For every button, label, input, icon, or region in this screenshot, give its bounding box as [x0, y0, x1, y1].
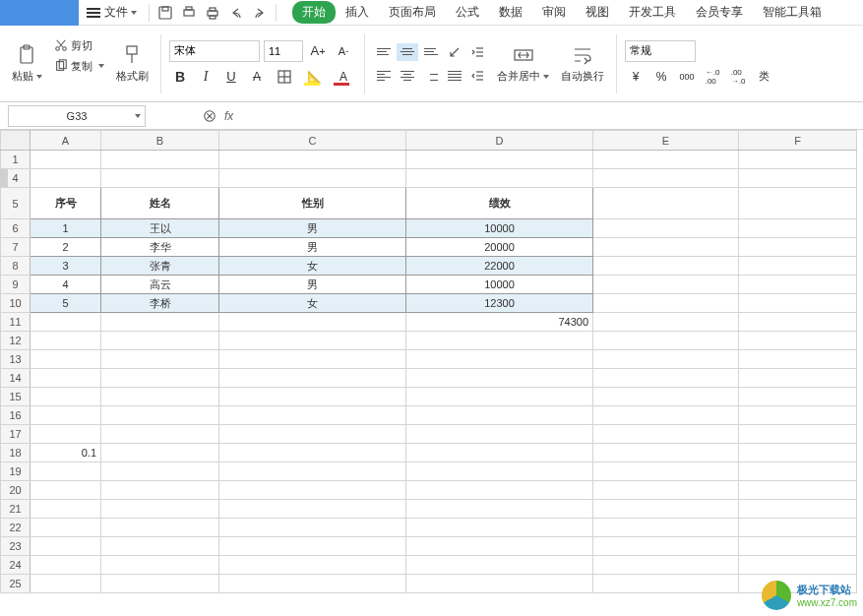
row-header[interactable]: 19 — [1, 462, 31, 481]
row-header[interactable]: 25 — [1, 575, 31, 593]
orientation-button[interactable] — [444, 43, 465, 61]
row-header[interactable]: 23 — [1, 537, 31, 556]
tab-developer[interactable]: 开发工具 — [619, 1, 686, 24]
tab-smart-tools[interactable]: 智能工具箱 — [753, 1, 832, 24]
italic-button[interactable]: I — [195, 66, 216, 88]
cell[interactable]: 20000 — [406, 238, 593, 257]
row-header[interactable]: 13 — [1, 350, 31, 369]
tab-data[interactable]: 数据 — [489, 1, 532, 24]
row-header[interactable]: 9 — [1, 276, 31, 294]
save-icon[interactable] — [154, 1, 177, 25]
row-header[interactable]: 11 — [1, 313, 31, 332]
row-header[interactable]: 24 — [1, 556, 31, 575]
justify-button[interactable] — [444, 67, 465, 85]
fill-color-button[interactable]: 📐 — [301, 66, 327, 88]
currency-button[interactable]: ¥ — [625, 66, 647, 88]
cell[interactable]: 男 — [219, 238, 406, 257]
cell[interactable]: 张青 — [101, 257, 219, 276]
increase-decimal-button[interactable]: ←.0.00 — [702, 66, 723, 88]
cell[interactable]: 男 — [219, 276, 406, 294]
tab-formulas[interactable]: 公式 — [446, 1, 489, 24]
cell[interactable]: 3 — [31, 257, 101, 276]
formula-input[interactable] — [233, 105, 863, 127]
cell[interactable]: 74300 — [406, 313, 593, 332]
cell[interactable]: 女 — [219, 294, 406, 313]
tab-home[interactable]: 开始 — [292, 1, 336, 24]
row-header[interactable]: 21 — [1, 500, 31, 519]
cell[interactable]: 李桥 — [101, 294, 219, 313]
decrease-indent-button[interactable] — [467, 67, 489, 85]
tab-insert[interactable]: 插入 — [336, 1, 379, 24]
col-header[interactable]: A — [31, 131, 101, 151]
row-header[interactable]: 7 — [1, 238, 31, 257]
col-header[interactable]: D — [406, 131, 593, 151]
name-box[interactable]: G33 — [8, 105, 146, 127]
percent-button[interactable]: % — [650, 66, 672, 88]
cell[interactable]: 女 — [219, 257, 406, 276]
cell[interactable]: 序号 — [31, 188, 101, 219]
font-size-select[interactable] — [264, 40, 303, 62]
font-name-select[interactable] — [169, 40, 260, 62]
redo-icon[interactable] — [248, 1, 272, 25]
row-header[interactable]: 5 — [1, 188, 31, 219]
undo-icon[interactable] — [224, 1, 248, 25]
type-convert-button[interactable]: 类 — [753, 66, 774, 88]
align-top-button[interactable] — [373, 43, 395, 61]
row-header[interactable]: 12 — [1, 332, 31, 350]
cell[interactable]: 1 — [31, 219, 101, 238]
cell[interactable]: 10000 — [406, 276, 593, 294]
wrap-text-button[interactable]: 自动换行 — [557, 32, 608, 95]
underline-button[interactable]: U — [220, 66, 242, 88]
row-header[interactable]: 22 — [1, 519, 31, 537]
increase-font-icon[interactable]: A+ — [307, 40, 329, 62]
cell[interactable]: 王以 — [101, 219, 219, 238]
align-center-button[interactable] — [397, 67, 418, 85]
align-left-button[interactable] — [373, 67, 395, 85]
cancel-formula-icon[interactable] — [203, 109, 216, 123]
cell[interactable]: 李华 — [101, 238, 219, 257]
comma-button[interactable]: 000 — [676, 66, 698, 88]
cell[interactable]: 0.1 — [31, 444, 101, 462]
col-header[interactable]: B — [101, 131, 219, 151]
cell[interactable]: 5 — [31, 294, 101, 313]
tab-page-layout[interactable]: 页面布局 — [379, 1, 446, 24]
increase-indent-button[interactable] — [467, 43, 489, 61]
row-header[interactable]: 10 — [1, 294, 31, 313]
cell[interactable]: 12300 — [406, 294, 593, 313]
row-header[interactable]: 18 — [1, 444, 31, 462]
decrease-font-icon[interactable]: A- — [333, 40, 354, 62]
row-header[interactable]: 20 — [1, 481, 31, 500]
grid-table[interactable]: A B C D E F 1 4 5 序号 姓名 性别 绩效 61王以男10000… — [0, 130, 857, 593]
align-middle-button[interactable] — [397, 43, 418, 61]
align-right-button[interactable] — [420, 67, 442, 85]
cell[interactable]: 4 — [31, 276, 101, 294]
col-header[interactable]: E — [593, 131, 739, 151]
row-header[interactable]: 6 — [1, 219, 31, 238]
file-menu-button[interactable]: 文件 — [79, 0, 145, 25]
cell[interactable]: 绩效 — [406, 188, 593, 219]
cell[interactable]: 姓名 — [101, 188, 219, 219]
col-header[interactable]: C — [219, 131, 406, 151]
tab-view[interactable]: 视图 — [576, 1, 619, 24]
cell[interactable]: 2 — [31, 238, 101, 257]
cut-button[interactable]: 剪切 — [50, 36, 108, 55]
cell[interactable]: 高云 — [101, 276, 219, 294]
fx-label[interactable]: fx — [224, 109, 233, 123]
cell[interactable]: 性别 — [219, 188, 406, 219]
select-all-corner[interactable] — [1, 131, 31, 151]
row-header[interactable]: 8 — [1, 257, 31, 276]
print-preview-icon[interactable] — [177, 1, 201, 25]
copy-button[interactable]: 复制 — [50, 57, 108, 76]
merge-center-button[interactable]: 合并居中 — [493, 32, 553, 95]
bold-button[interactable]: B — [169, 66, 191, 88]
tab-member[interactable]: 会员专享 — [686, 1, 753, 24]
cell[interactable]: 10000 — [406, 219, 593, 238]
cell[interactable]: 22000 — [406, 257, 593, 276]
paste-button[interactable]: 粘贴 — [8, 32, 46, 95]
number-format-select[interactable] — [625, 40, 696, 62]
cell[interactable]: 男 — [219, 219, 406, 238]
align-bottom-button[interactable] — [420, 43, 442, 61]
row-header[interactable]: 14 — [1, 369, 31, 388]
decrease-decimal-button[interactable]: .00→.0 — [727, 66, 749, 88]
row-header[interactable]: 17 — [1, 425, 31, 444]
